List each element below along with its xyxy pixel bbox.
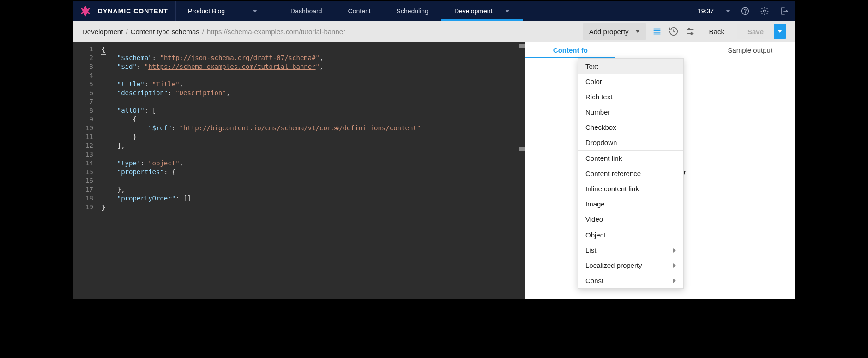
hub-selector[interactable]: Product Blog — [176, 7, 269, 15]
align-left-icon[interactable] — [651, 25, 663, 37]
caret-down-icon — [635, 30, 640, 33]
dropdown-item-object[interactable]: Object — [578, 227, 683, 243]
caret-down-icon — [778, 30, 782, 33]
svg-marker-0 — [81, 6, 90, 16]
code-editor[interactable]: 12345678910111213141516171819 { "$schema… — [73, 42, 525, 299]
tab-label: Sample output — [728, 46, 772, 54]
tab-content-form-preview[interactable]: Content fo — [525, 42, 615, 58]
dropdown-item-checkbox[interactable]: Checkbox — [578, 120, 683, 135]
dropdown-label: Inline content link — [585, 185, 639, 193]
chevron-right-icon — [673, 263, 676, 268]
dropdown-label: Text — [585, 62, 598, 70]
nav-tab-dashboard[interactable]: Dashboard — [277, 1, 335, 21]
app-logo — [73, 5, 98, 18]
dropdown-label: Checkbox — [585, 123, 616, 131]
nav-tab-development[interactable]: Development — [441, 1, 523, 21]
chevron-right-icon — [673, 248, 676, 253]
top-right-tools: 19:37 — [698, 6, 795, 16]
help-icon[interactable] — [741, 6, 750, 16]
dropdown-item-const[interactable]: Const — [578, 273, 683, 288]
settings-icon[interactable] — [760, 6, 769, 16]
dropdown-item-text[interactable]: Text — [578, 59, 683, 74]
nav-label: Development — [454, 7, 493, 15]
dropdown-label: Content link — [585, 154, 622, 162]
nav-label: Scheduling — [397, 7, 428, 15]
clock-time: 19:37 — [698, 7, 714, 15]
tab-label: Content fo — [553, 46, 588, 54]
caret-down-icon[interactable] — [726, 10, 730, 12]
caret-down-icon — [253, 10, 257, 12]
dropdown-item-color[interactable]: Color — [578, 74, 683, 89]
svg-point-2 — [745, 13, 746, 13]
dropdown-item-list[interactable]: List — [578, 243, 683, 258]
dropdown-item-content-reference[interactable]: Content reference — [578, 166, 683, 181]
dropdown-item-rich-text[interactable]: Rich text — [578, 89, 683, 104]
preview-panel: Content fo s to display Sample output Te… — [525, 42, 795, 299]
dropdown-item-video[interactable]: Video — [578, 212, 683, 227]
chevron-right-icon — [673, 279, 676, 283]
dropdown-label: Const — [585, 277, 603, 285]
dropdown-label: Dropdown — [585, 139, 617, 146]
breadcrumb-2[interactable]: Content type schemas — [131, 28, 199, 36]
nav-tabs: Dashboard Content Scheduling Development — [277, 1, 523, 21]
dropdown-item-inline-content-link[interactable]: Inline content link — [578, 181, 683, 196]
sub-toolbar: Development / Content type schemas / htt… — [73, 21, 795, 42]
nav-label: Content — [348, 7, 371, 15]
back-button[interactable]: Back — [709, 28, 724, 36]
add-property-label: Add property — [589, 28, 629, 36]
logout-icon[interactable] — [779, 6, 789, 16]
dropdown-label: Rich text — [585, 93, 612, 101]
dropdown-label: Object — [585, 231, 605, 239]
nav-tab-scheduling[interactable]: Scheduling — [384, 1, 441, 21]
save-button[interactable]: Save — [737, 24, 774, 39]
tab-json-preview[interactable]: s to display — [615, 42, 705, 58]
preview-tabs: Content fo s to display Sample output — [525, 42, 795, 58]
dropdown-item-image[interactable]: Image — [578, 196, 683, 212]
add-property-dropdown: TextColorRich textNumberCheckboxDropdown… — [578, 58, 684, 289]
save-dropdown-button[interactable] — [774, 24, 786, 39]
dropdown-label: Localized property — [585, 261, 642, 269]
dropdown-label: Content reference — [585, 170, 641, 177]
caret-down-icon — [505, 10, 510, 12]
dropdown-label: Video — [585, 215, 603, 223]
dropdown-item-localized-property[interactable]: Localized property — [578, 258, 683, 273]
dropdown-item-number[interactable]: Number — [578, 104, 683, 120]
svg-point-3 — [764, 10, 766, 12]
breadcrumb-3: https://schema-examples.com/tutorial-ban… — [207, 28, 345, 36]
history-icon[interactable] — [668, 25, 680, 37]
editor-scrollbar[interactable] — [519, 42, 525, 299]
dropdown-label: Color — [585, 78, 602, 85]
line-gutter: 12345678910111213141516171819 — [73, 42, 98, 299]
breadcrumb-sep: / — [202, 28, 204, 36]
dropdown-item-dropdown[interactable]: Dropdown — [578, 135, 683, 150]
dropdown-item-content-link[interactable]: Content link — [578, 151, 683, 166]
brand-title: DYNAMIC CONTENT — [98, 7, 175, 15]
top-nav: DYNAMIC CONTENT Product Blog Dashboard C… — [73, 1, 795, 21]
add-property-button[interactable]: Add property — [583, 23, 646, 40]
dropdown-label: Number — [585, 108, 610, 116]
breadcrumb-1[interactable]: Development — [82, 28, 123, 36]
settings-sliders-icon[interactable] — [684, 25, 696, 37]
preview-area: TextColorRich textNumberCheckboxDropdown… — [525, 58, 795, 299]
nav-label: Dashboard — [290, 7, 322, 15]
dropdown-label: Image — [585, 200, 605, 208]
hub-name: Product Blog — [188, 7, 225, 15]
dropdown-label: List — [585, 246, 596, 254]
nav-tab-content[interactable]: Content — [335, 1, 384, 21]
tab-sample-output[interactable]: Sample output — [705, 42, 795, 58]
breadcrumb-sep: / — [126, 28, 127, 36]
code-area[interactable]: { "$schema": "http://json-schema.org/dra… — [98, 42, 525, 299]
